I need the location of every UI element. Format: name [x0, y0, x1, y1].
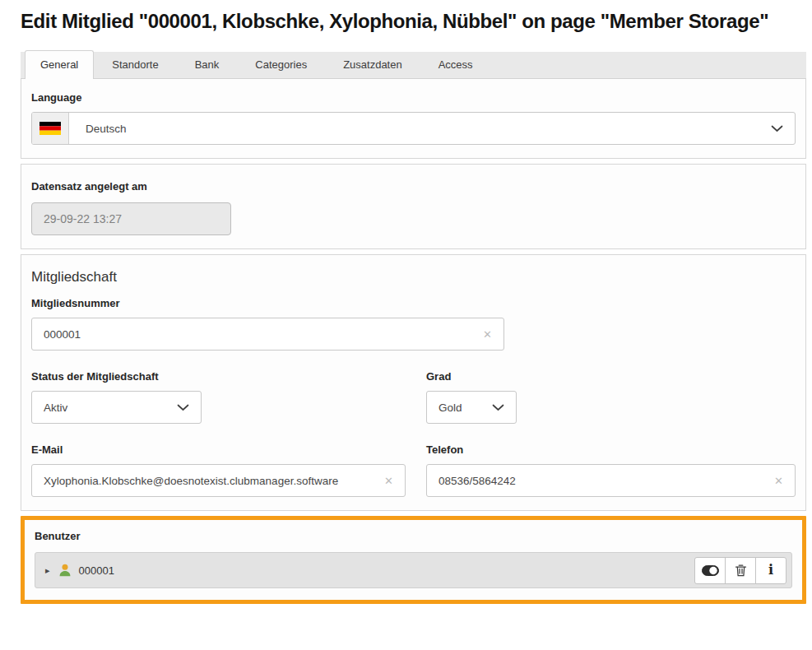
status-select[interactable]: Aktiv [31, 391, 202, 424]
member-number-input[interactable] [44, 328, 480, 341]
clear-icon[interactable]: ✕ [381, 475, 397, 487]
tab-zusatzdaten[interactable]: Zusatzdaten [325, 51, 420, 78]
created-at-label: Datensatz angelegt am [31, 180, 796, 193]
phone-field-wrap: ✕ [426, 464, 796, 497]
tab-standorte[interactable]: Standorte [94, 51, 176, 78]
tab-general[interactable]: General [25, 50, 94, 79]
grade-selected-value: Gold [438, 402, 462, 414]
page-title: Edit Mitglied "000001, Klobschke, Xyloph… [21, 7, 777, 35]
expand-arrow-icon[interactable]: ▸ [45, 565, 50, 576]
language-label: Language [31, 91, 796, 104]
flag-cell [32, 113, 69, 144]
status-label: Status der Mitgliedschaft [31, 370, 406, 383]
clear-icon[interactable]: ✕ [771, 475, 786, 487]
trash-icon [735, 564, 747, 577]
tab-access[interactable]: Access [420, 51, 491, 78]
chevron-down-icon [177, 404, 189, 411]
chevron-down-icon [492, 404, 504, 411]
toggle-button[interactable] [694, 557, 726, 584]
user-row-actions: i [694, 557, 786, 584]
member-number-field-wrap: ✕ [31, 318, 504, 351]
clear-icon[interactable]: ✕ [480, 328, 495, 341]
phone-label: Telefon [426, 443, 796, 456]
tab-bank[interactable]: Bank [177, 51, 238, 78]
german-flag-icon [39, 122, 61, 135]
chevron-down-icon [771, 113, 795, 144]
created-at-field: 29-09-22 13:27 [31, 202, 231, 235]
info-icon: i [768, 564, 773, 577]
created-at-panel: Datensatz angelegt am 29-09-22 13:27 [21, 164, 806, 249]
grade-label: Grad [426, 370, 796, 383]
info-button[interactable]: i [755, 557, 786, 584]
toggle-on-icon [702, 565, 719, 576]
user-row[interactable]: ▸ 000001 [35, 552, 792, 588]
language-panel: Language Deutsch [21, 79, 806, 159]
grade-select[interactable]: Gold [426, 391, 517, 424]
language-select[interactable]: Deutsch [31, 112, 796, 145]
membership-heading: Mitgliedschaft [31, 269, 796, 286]
tab-categories[interactable]: Categories [237, 51, 325, 78]
user-panel-highlighted: Benutzer ▸ 000001 [21, 516, 806, 604]
user-label: Benutzer [35, 530, 792, 542]
status-selected-value: Aktiv [44, 402, 67, 414]
member-edit-page: Edit Mitglied "000001, Klobschke, Xyloph… [0, 7, 812, 650]
member-number-label: Mitgliedsnummer [31, 297, 796, 309]
delete-button[interactable] [725, 557, 756, 584]
email-input[interactable] [44, 475, 381, 487]
user-row-name: 000001 [79, 564, 114, 577]
person-icon [58, 563, 72, 578]
email-label: E-Mail [31, 443, 406, 456]
language-selected-value: Deutsch [69, 113, 127, 144]
email-field-wrap: ✕ [31, 464, 406, 497]
phone-input[interactable] [438, 475, 771, 487]
tab-bar: General Standorte Bank Categories Zusatz… [21, 52, 806, 79]
membership-panel: Mitgliedschaft Mitgliedsnummer ✕ Status … [21, 254, 806, 511]
